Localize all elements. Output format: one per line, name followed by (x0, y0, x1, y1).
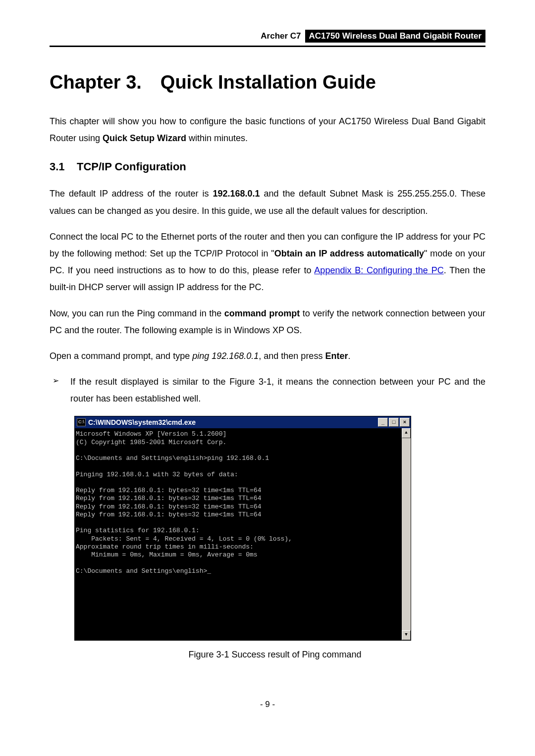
paragraph-3: Now, you can run the Ping command in the… (50, 305, 485, 339)
figure-caption: Figure 3-1 Success result of Ping comman… (74, 650, 476, 660)
scroll-up-icon[interactable]: ▲ (402, 428, 411, 438)
section-heading: 3.1TCP/IP Configuration (50, 160, 485, 173)
bullet-item-1: If the result displayed is similar to th… (50, 373, 485, 407)
p3-seg1: Now, you can run the Ping command in the (50, 308, 224, 318)
cmd-scrollbar[interactable]: ▲ ▼ (402, 428, 411, 640)
p3-bold1: command prompt (224, 308, 300, 318)
bullet-list: If the result displayed is similar to th… (50, 373, 485, 407)
section-title: TCP/IP Configuration (77, 160, 186, 173)
appendix-link[interactable]: Appendix B: Configuring the PC (314, 265, 443, 275)
cmd-system-icon: C:\ (77, 418, 86, 426)
p4-bold: Enter (325, 351, 348, 361)
p4-italic: ping 192.168.0.1 (192, 351, 259, 361)
section-number: 3.1 (50, 160, 77, 173)
cmd-window: C:\ C:\WINDOWS\system32\cmd.exe _ □ × Mi… (74, 416, 411, 641)
cmd-titlebar: C:\ C:\WINDOWS\system32\cmd.exe _ □ × (75, 416, 411, 428)
header-product-title: AC1750 Wireless Dual Band Gigabit Router (305, 30, 485, 43)
p1-pre: The default IP address of the router is (50, 189, 213, 199)
header-model: Archer C7 (261, 31, 301, 41)
p4-seg2: , and then press (259, 351, 325, 361)
intro-post: within minutes. (186, 133, 248, 143)
paragraph-2: Connect the local PC to the Ethernet por… (50, 228, 485, 296)
scroll-down-icon[interactable]: ▼ (402, 630, 411, 640)
minimize-button[interactable]: _ (378, 418, 388, 427)
chapter-heading: Chapter 3. Quick Installation Guide (50, 72, 485, 93)
scroll-track[interactable] (402, 438, 411, 630)
intro-bold: Quick Setup Wizard (103, 133, 186, 143)
p4-seg3: . (348, 351, 350, 361)
paragraph-4: Open a command prompt, and type ping 192… (50, 348, 485, 364)
p1-ip: 192.168.0.1 (213, 189, 260, 199)
p4-seg1: Open a command prompt, and type (50, 351, 192, 361)
figure-3-1: C:\ C:\WINDOWS\system32\cmd.exe _ □ × Mi… (74, 416, 476, 660)
cmd-title-text: C:\WINDOWS\system32\cmd.exe (88, 418, 196, 426)
p2-bold1: Obtain an IP address automatically (274, 249, 424, 258)
page-number: - 9 - (50, 700, 485, 709)
maximize-button[interactable]: □ (389, 418, 399, 427)
paragraph-1: The default IP address of the router is … (50, 185, 485, 219)
cmd-output: Microsoft Windows XP [Version 5.1.2600] … (75, 428, 402, 640)
close-button[interactable]: × (400, 418, 410, 427)
page-header: Archer C7 AC1750 Wireless Dual Band Giga… (50, 30, 485, 47)
intro-paragraph: This chapter will show you how to config… (50, 113, 485, 147)
